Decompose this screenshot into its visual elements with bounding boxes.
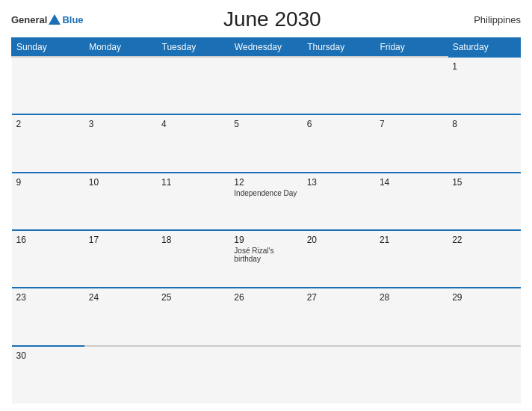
week-row-2: 9101112Independence Day131415 bbox=[12, 173, 521, 230]
day-number: 4 bbox=[161, 119, 225, 129]
day-number: 20 bbox=[307, 235, 371, 245]
col-monday: Monday bbox=[84, 38, 157, 58]
day-number: 19 bbox=[234, 235, 297, 245]
day-number: 3 bbox=[89, 119, 152, 129]
calendar-cell bbox=[84, 57, 157, 114]
col-friday: Friday bbox=[375, 38, 448, 58]
calendar-cell: 30 bbox=[12, 346, 84, 404]
calendar-title: June 2030 bbox=[84, 7, 461, 31]
day-number: 26 bbox=[234, 292, 297, 303]
logo: General Blue bbox=[11, 14, 84, 25]
calendar-cell: 11 bbox=[157, 173, 229, 230]
calendar-cell bbox=[375, 57, 448, 114]
logo-triangle-icon bbox=[49, 14, 61, 25]
day-number: 8 bbox=[452, 119, 516, 129]
week-row-1: 2345678 bbox=[12, 114, 521, 172]
day-number: 14 bbox=[380, 177, 443, 188]
calendar-cell: 23 bbox=[12, 288, 84, 345]
calendar-cell: 25 bbox=[157, 288, 229, 345]
calendar-cell: 2 bbox=[12, 114, 84, 172]
day-number: 5 bbox=[234, 119, 297, 129]
day-number: 1 bbox=[452, 61, 516, 72]
calendar-cell: 20 bbox=[303, 230, 375, 288]
day-number: 22 bbox=[452, 235, 516, 245]
calendar-cell bbox=[303, 57, 375, 114]
week-row-4: 23242526272829 bbox=[12, 288, 521, 345]
day-number: 2 bbox=[16, 119, 80, 129]
calendar-cell: 10 bbox=[84, 173, 157, 230]
day-number: 28 bbox=[380, 292, 443, 303]
calendar-cell: 29 bbox=[448, 288, 520, 345]
day-number: 9 bbox=[16, 177, 80, 188]
calendar-cell: 21 bbox=[375, 230, 448, 288]
calendar-cell: 24 bbox=[84, 288, 157, 345]
day-number: 15 bbox=[452, 177, 516, 188]
calendar-cell: 22 bbox=[448, 230, 520, 288]
day-number: 23 bbox=[16, 292, 80, 303]
col-wednesday: Wednesday bbox=[229, 38, 302, 58]
calendar-cell: 4 bbox=[157, 114, 229, 172]
calendar-table: Sunday Monday Tuesday Wednesday Thursday… bbox=[11, 37, 521, 404]
calendar-cell bbox=[229, 346, 302, 404]
col-tuesday: Tuesday bbox=[157, 38, 229, 58]
calendar-cell: 5 bbox=[229, 114, 302, 172]
calendar-cell bbox=[448, 346, 520, 404]
day-number: 24 bbox=[89, 292, 152, 303]
calendar-cell: 14 bbox=[375, 173, 448, 230]
calendar-cell: 27 bbox=[303, 288, 375, 345]
calendar-cell: 12Independence Day bbox=[229, 173, 302, 230]
day-number: 21 bbox=[380, 235, 443, 245]
header-row: Sunday Monday Tuesday Wednesday Thursday… bbox=[12, 38, 521, 58]
col-saturday: Saturday bbox=[448, 38, 520, 58]
calendar-cell: 19José Rizal's birthday bbox=[229, 230, 302, 288]
calendar-page: General Blue June 2030 Philippines Sunda… bbox=[0, 0, 532, 411]
day-number: 18 bbox=[161, 235, 225, 245]
calendar-cell: 26 bbox=[229, 288, 302, 345]
day-number: 30 bbox=[16, 350, 80, 361]
calendar-cell: 9 bbox=[12, 173, 84, 230]
calendar-cell bbox=[229, 57, 302, 114]
week-row-5: 30 bbox=[12, 346, 521, 404]
calendar-cell bbox=[157, 346, 229, 404]
day-number: 29 bbox=[452, 292, 516, 303]
calendar-cell: 3 bbox=[84, 114, 157, 172]
calendar-cell bbox=[375, 346, 448, 404]
calendar-cell: 15 bbox=[448, 173, 520, 230]
logo-blue-text: Blue bbox=[62, 14, 83, 25]
week-row-0: 1 bbox=[12, 57, 521, 114]
logo-general-text: General bbox=[11, 14, 47, 25]
calendar-cell: 1 bbox=[448, 57, 520, 114]
calendar-cell: 16 bbox=[12, 230, 84, 288]
calendar-cell: 17 bbox=[84, 230, 157, 288]
calendar-cell bbox=[157, 57, 229, 114]
day-number: 11 bbox=[161, 177, 225, 188]
country-label: Philippines bbox=[461, 14, 521, 25]
calendar-cell: 6 bbox=[303, 114, 375, 172]
calendar-cell: 28 bbox=[375, 288, 448, 345]
calendar-cell bbox=[303, 346, 375, 404]
day-number: 25 bbox=[161, 292, 225, 303]
col-sunday: Sunday bbox=[12, 38, 84, 58]
day-number: 27 bbox=[307, 292, 371, 303]
day-number: 17 bbox=[89, 235, 152, 245]
day-number: 7 bbox=[380, 119, 443, 129]
day-number: 13 bbox=[307, 177, 371, 188]
day-number: 16 bbox=[16, 235, 80, 245]
day-number: 6 bbox=[307, 119, 371, 129]
calendar-cell: 13 bbox=[303, 173, 375, 230]
calendar-cell: 18 bbox=[157, 230, 229, 288]
calendar-cell: 7 bbox=[375, 114, 448, 172]
day-number: 12 bbox=[234, 177, 297, 188]
event-label: José Rizal's birthday bbox=[234, 247, 297, 263]
calendar-cell bbox=[12, 57, 84, 114]
week-row-3: 16171819José Rizal's birthday202122 bbox=[12, 230, 521, 288]
calendar-cell: 8 bbox=[448, 114, 520, 172]
calendar-header: General Blue June 2030 Philippines bbox=[11, 7, 521, 31]
day-number: 10 bbox=[89, 177, 152, 188]
col-thursday: Thursday bbox=[303, 38, 375, 58]
event-label: Independence Day bbox=[234, 189, 297, 197]
calendar-cell bbox=[84, 346, 157, 404]
